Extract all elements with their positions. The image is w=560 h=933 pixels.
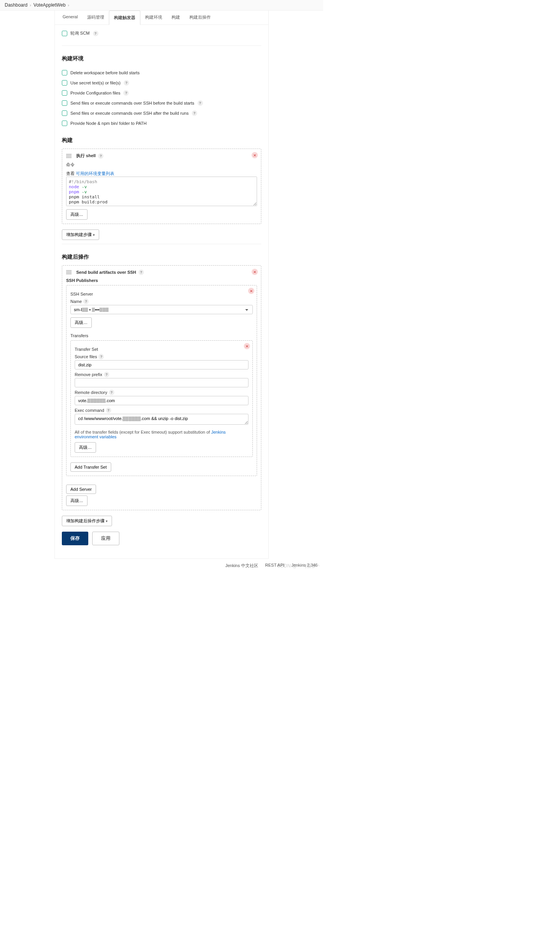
help-icon[interactable]: ? [138, 270, 144, 275]
config-files-label: Provide Configuration files [70, 91, 120, 95]
transfer-set-box: ✕ Transfer Set Source files ? Remove pre… [70, 340, 253, 457]
server-name-label: Name [70, 299, 82, 304]
server-name-select[interactable]: sm-l▒▒ ▪ ▒▪▪▪▒▒▒ [70, 305, 253, 314]
poll-scm-label: 轮询 SCM [70, 30, 90, 36]
remove-transfer-button[interactable]: ✕ [244, 343, 250, 349]
watermark: CSDN @一勺菠萝丶 [277, 563, 322, 569]
remove-step-button[interactable]: ✕ [252, 152, 258, 158]
transfer-advanced-button[interactable]: 高级… [75, 442, 96, 453]
delete-workspace-checkbox[interactable] [62, 70, 67, 75]
remove-step-button[interactable]: ✕ [252, 269, 258, 275]
add-transfer-set-button[interactable]: Add Transfer Set [70, 462, 111, 472]
poll-scm-checkbox[interactable] [62, 31, 67, 36]
env-vars-link[interactable]: 可用的环境变量列表 [76, 171, 114, 176]
breadcrumb-dashboard[interactable]: Dashboard [5, 2, 28, 8]
divider [62, 244, 261, 244]
remove-prefix-label: Remove prefix [75, 372, 102, 377]
command-label: 命令 [66, 162, 257, 168]
tab-general[interactable]: General [58, 11, 82, 25]
tab-build[interactable]: 构建 [167, 11, 185, 25]
help-icon[interactable]: ? [106, 408, 111, 413]
config-files-checkbox[interactable] [62, 90, 67, 96]
help-icon[interactable]: ? [198, 100, 203, 106]
ssh-before-checkbox[interactable] [62, 100, 67, 106]
help-icon[interactable]: ? [109, 390, 114, 395]
env-section-title: 构建环境 [55, 50, 268, 65]
ssh-before-label: Send files or execute commands over SSH … [70, 101, 194, 105]
apply-button[interactable]: 应用 [92, 532, 119, 545]
exec-command-label: Exec command [75, 408, 104, 413]
ssh-server-box: ✕ SSH Server Name ? sm-l▒▒ ▪ ▒▪▪▪▒▒▒ 高级…… [66, 285, 257, 476]
drag-handle-icon[interactable] [66, 270, 72, 274]
add-post-build-step-button[interactable]: 增加构建后操作步骤 [62, 516, 112, 526]
footer-community-link[interactable]: Jenkins 中文社区 [225, 563, 258, 569]
ssh-advanced-button[interactable]: 高级… [66, 495, 88, 506]
tab-post[interactable]: 构建后操作 [185, 11, 215, 25]
post-step-ssh-artifacts: Send build artifacts over SSH ? ✕ SSH Pu… [62, 265, 261, 510]
help-icon[interactable]: ? [83, 299, 89, 304]
config-tabs: General 源码管理 构建触发器 构建环境 构建 构建后操作 [55, 11, 268, 25]
ssh-step-title: Send build artifacts over SSH [76, 270, 136, 275]
shell-step-title: 执行 shell [76, 153, 96, 159]
source-files-label: Source files [75, 354, 97, 359]
tab-scm[interactable]: 源码管理 [82, 11, 109, 25]
help-icon[interactable]: ? [93, 31, 98, 36]
secret-text-label: Use secret text(s) or file(s) [70, 81, 121, 85]
node-npm-checkbox[interactable] [62, 121, 67, 126]
help-icon[interactable]: ? [104, 372, 109, 377]
chevron-right-icon: › [68, 3, 69, 7]
add-server-button[interactable]: Add Server [66, 485, 96, 494]
remove-prefix-input[interactable] [75, 378, 248, 387]
remove-server-button[interactable]: ✕ [248, 288, 254, 294]
breadcrumb: Dashboard › VoteAppletWeb › [0, 0, 323, 11]
ssh-after-label: Send files or execute commands over SSH … [70, 111, 189, 116]
shell-advanced-button[interactable]: 高级… [66, 209, 88, 220]
footer: Jenkins 中文社区 REST API Jenkins 2.346 [0, 559, 323, 570]
add-build-step-button[interactable]: 增加构建步骤 [62, 229, 99, 240]
see-label: 查看 [66, 171, 75, 176]
help-icon[interactable]: ? [98, 354, 104, 359]
ssh-after-checkbox[interactable] [62, 110, 67, 116]
drag-handle-icon[interactable] [66, 154, 72, 158]
ssh-server-label: SSH Server [70, 292, 253, 296]
transfer-note: All of the transfer fields (except for E… [75, 430, 211, 434]
chevron-right-icon: › [30, 3, 31, 7]
remote-directory-label: Remote directory [75, 390, 107, 395]
build-section-title: 构建 [55, 131, 268, 146]
tab-triggers[interactable]: 构建触发器 [109, 11, 140, 25]
help-icon[interactable]: ? [98, 153, 103, 159]
help-icon[interactable]: ? [192, 110, 197, 116]
secret-text-checkbox[interactable] [62, 80, 67, 86]
server-advanced-button[interactable]: 高级… [70, 317, 92, 328]
transfers-label: Transfers [70, 333, 253, 338]
remote-directory-input[interactable] [75, 396, 248, 405]
tab-env[interactable]: 构建环境 [140, 11, 167, 25]
delete-workspace-label: Delete workspace before build starts [70, 70, 140, 75]
save-button[interactable]: 保存 [62, 532, 88, 545]
post-section-title: 构建后操作 [55, 248, 268, 263]
help-icon[interactable]: ? [123, 90, 129, 96]
breadcrumb-project[interactable]: VoteAppletWeb [33, 2, 66, 8]
shell-command-textarea[interactable]: #!/bin/bash node -v pnpm -v pnpm install… [66, 177, 257, 206]
ssh-publishers-label: SSH Publishers [66, 278, 257, 283]
build-step-shell: 执行 shell ? ✕ 命令 查看 可用的环境变量列表 #!/bin/bash… [62, 149, 261, 224]
transfer-set-label: Transfer Set [75, 347, 248, 352]
help-icon[interactable]: ? [124, 80, 129, 86]
source-files-input[interactable] [75, 360, 248, 369]
node-npm-label: Provide Node & npm bin/ folder to PATH [70, 121, 147, 126]
exec-command-input[interactable]: cd /www/wwwroot/vote.▒▒▒▒▒▒.com && unzip… [75, 414, 248, 425]
divider [62, 46, 261, 46]
